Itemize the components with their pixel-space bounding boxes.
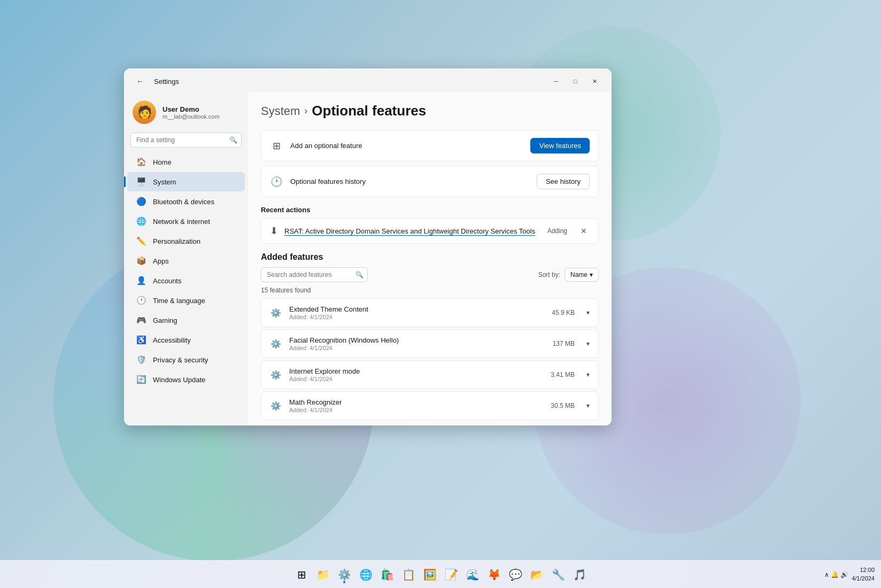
recent-actions-title: Recent actions [261, 206, 599, 214]
feature-chevron-1: ▾ [586, 340, 590, 347]
taskbar-store-icon[interactable]: 🛍️ [377, 565, 397, 584]
user-profile[interactable]: 🧑 User Demo m__lab@outlook.com [124, 96, 248, 133]
taskbar-edge-icon[interactable]: 🌊 [463, 565, 482, 584]
taskbar-mail-icon[interactable]: 📝 [442, 565, 461, 584]
breadcrumb-current: Optional features [312, 103, 426, 119]
taskbar-center: ⊞ 📁 ⚙️ 🌐 🛍️ 📋 🖼️ 📝 🌊 🦊 💬 📂 🔧 🎵 [292, 565, 589, 584]
add-feature-label: Add an optional feature [290, 142, 362, 150]
sidebar-item-home[interactable]: 🏠 Home [127, 152, 245, 172]
feature-icon-0: ⚙️ [270, 307, 282, 319]
feature-size-1: 137 MB [553, 340, 575, 347]
sidebar: 🧑 User Demo m__lab@outlook.com 🔍 🏠 Home [124, 92, 248, 425]
taskbar-tools-icon[interactable]: 🔧 [548, 565, 568, 584]
feature-name-1: Facial Recognition (Windows Hello) [289, 336, 545, 344]
accounts-icon: 👤 [136, 275, 146, 286]
right-panel: System › Optional features ⊞ Add an opti… [248, 92, 612, 425]
page-header: System › Optional features [261, 103, 599, 119]
taskbar-terminal-icon[interactable]: 📋 [399, 565, 418, 584]
breadcrumb-separator: › [304, 105, 307, 117]
features-search-input[interactable] [261, 267, 368, 282]
sidebar-item-personalization[interactable]: ✏️ Personalization [127, 231, 245, 251]
feature-item-0[interactable]: ⚙️ Extended Theme Content Added: 4/1/202… [261, 298, 599, 327]
search-input[interactable] [130, 133, 242, 148]
feature-icon-2: ⚙️ [270, 369, 282, 381]
feature-chevron-0: ▾ [586, 309, 590, 316]
history-card: 🕐 Optional features history See history [261, 166, 599, 197]
taskbar-explorer-icon[interactable]: 📂 [527, 565, 546, 584]
sidebar-item-system[interactable]: 🖥️ System [127, 172, 245, 191]
sidebar-item-apps[interactable]: 📦 Apps [127, 251, 245, 270]
view-features-button[interactable]: View features [530, 138, 590, 153]
sidebar-item-accounts[interactable]: 👤 Accounts [127, 271, 245, 290]
features-toolbar: 🔍 Sort by: Name ▾ [261, 267, 599, 282]
feature-info-3: Math Recognizer Added: 4/1/2024 [289, 398, 543, 413]
home-icon: 🏠 [136, 157, 146, 167]
feature-icon-3: ⚙️ [270, 400, 282, 412]
sidebar-label-system: System [153, 178, 176, 186]
action-status: Adding [547, 227, 567, 235]
feature-size-2: 3.41 MB [551, 371, 575, 378]
taskbar-clock[interactable]: 12:00 4/1/2024 [852, 566, 875, 583]
accessibility-icon: ♿ [136, 335, 146, 345]
taskbar-system-tray: ∧ 🔔 🔊 [824, 571, 849, 578]
feature-size-0: 45.9 KB [552, 309, 575, 316]
apps-icon: 📦 [136, 256, 146, 266]
sidebar-item-network[interactable]: 🌐 Network & internet [127, 212, 245, 231]
feature-item-3[interactable]: ⚙️ Math Recognizer Added: 4/1/2024 30.5 … [261, 391, 599, 420]
settings-window: ← Settings ─ □ ✕ 🧑 User Demo m__lab@outl… [124, 68, 612, 425]
feature-chevron-2: ▾ [586, 371, 590, 378]
time-icon: 🕐 [136, 295, 146, 306]
maximize-button[interactable]: □ [567, 75, 584, 88]
feature-date-0: Added: 4/1/2024 [289, 314, 544, 320]
taskbar-files-icon[interactable]: 📁 [313, 565, 333, 584]
sidebar-label-network: Network & internet [153, 218, 210, 226]
features-search-wrap: 🔍 [261, 267, 368, 282]
taskbar-music-icon[interactable]: 🎵 [570, 565, 589, 584]
taskbar-start-button[interactable]: ⊞ [292, 565, 311, 584]
back-button[interactable]: ← [133, 74, 148, 89]
feature-name-3: Math Recognizer [289, 398, 543, 406]
sidebar-label-update: Windows Update [153, 376, 205, 384]
sidebar-item-time[interactable]: 🕐 Time & language [127, 291, 245, 310]
title-bar-controls: ─ □ ✕ [547, 75, 603, 88]
sidebar-item-update[interactable]: 🔄 Windows Update [127, 370, 245, 389]
network-icon: 🌐 [136, 216, 146, 227]
window-title: Settings [154, 78, 179, 86]
personalization-icon: ✏️ [136, 236, 146, 246]
feature-item-1[interactable]: ⚙️ Facial Recognition (Windows Hello) Ad… [261, 329, 599, 358]
close-button[interactable]: ✕ [586, 75, 603, 88]
sidebar-item-privacy[interactable]: 🛡️ Privacy & security [127, 350, 245, 369]
feature-name-2: Internet Explorer mode [289, 367, 543, 375]
taskbar-browser-icon[interactable]: 🌐 [356, 565, 375, 584]
feature-info-0: Extended Theme Content Added: 4/1/2024 [289, 305, 544, 320]
taskbar-right: ∧ 🔔 🔊 12:00 4/1/2024 [824, 566, 875, 583]
taskbar-chat-icon[interactable]: 💬 [506, 565, 525, 584]
sidebar-item-gaming[interactable]: 🎮 Gaming [127, 311, 245, 330]
sidebar-label-apps: Apps [153, 257, 169, 265]
history-label: Optional features history [290, 177, 366, 185]
taskbar-settings-icon[interactable]: ⚙️ [335, 565, 354, 584]
sidebar-item-accessibility[interactable]: ♿ Accessibility [127, 330, 245, 350]
action-close-button[interactable]: ✕ [578, 225, 590, 237]
sort-chevron-icon: ▾ [590, 271, 593, 278]
gaming-icon: 🎮 [136, 315, 146, 326]
taskbar-time-display: 12:00 [852, 566, 875, 574]
feature-date-2: Added: 4/1/2024 [289, 376, 543, 382]
avatar: 🧑 [133, 100, 156, 124]
sidebar-item-bluetooth[interactable]: 🔵 Bluetooth & devices [127, 192, 245, 211]
sidebar-label-privacy: Privacy & security [153, 356, 208, 364]
sidebar-label-personalization: Personalization [153, 237, 200, 245]
sort-select[interactable]: Name ▾ [565, 268, 599, 282]
action-text: RSAT: Active Directory Domain Services a… [284, 227, 535, 236]
taskbar-photos-icon[interactable]: 🖼️ [420, 565, 439, 584]
minimize-button[interactable]: ─ [547, 75, 565, 88]
sidebar-label-accounts: Accounts [153, 277, 181, 285]
taskbar-date-display: 4/1/2024 [852, 575, 875, 583]
feature-item-2[interactable]: ⚙️ Internet Explorer mode Added: 4/1/202… [261, 360, 599, 389]
see-history-button[interactable]: See history [537, 174, 590, 189]
card-left: ⊞ Add an optional feature [270, 140, 362, 152]
search-box: 🔍 [130, 133, 242, 148]
feature-icon-1: ⚙️ [270, 338, 282, 350]
taskbar-firefox-icon[interactable]: 🦊 [484, 565, 504, 584]
title-bar-left: ← Settings [133, 74, 179, 89]
